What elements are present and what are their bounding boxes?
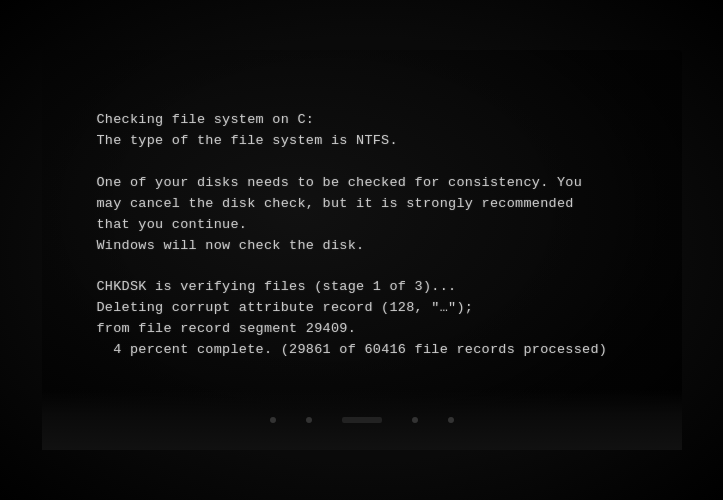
line-12: 4 percent complete. (29861 of 60416 file… (97, 342, 608, 357)
line-4: One of your disks needs to be checked fo… (97, 175, 583, 190)
indicator-dot-1 (270, 417, 276, 423)
terminal-output: Checking file system on C: The type of t… (97, 110, 627, 361)
line-5: may cancel the disk check, but it is str… (97, 196, 574, 211)
monitor: Checking file system on C: The type of t… (0, 0, 723, 500)
screen: Checking file system on C: The type of t… (42, 50, 682, 450)
line-2: The type of the file system is NTFS. (97, 133, 398, 148)
line-11: from file record segment 29409. (97, 321, 357, 336)
indicator-dot-3 (412, 417, 418, 423)
indicator-bar (342, 417, 382, 423)
indicator-dot-4 (448, 417, 454, 423)
indicator-dot-2 (306, 417, 312, 423)
line-6: that you continue. (97, 217, 248, 232)
line-1: Checking file system on C: (97, 112, 315, 127)
line-7: Windows will now check the disk. (97, 238, 365, 253)
line-10: Deleting corrupt attribute record (128, … (97, 300, 474, 315)
line-9: CHKDSK is verifying files (stage 1 of 3)… (97, 279, 457, 294)
bottom-bar (42, 390, 682, 450)
